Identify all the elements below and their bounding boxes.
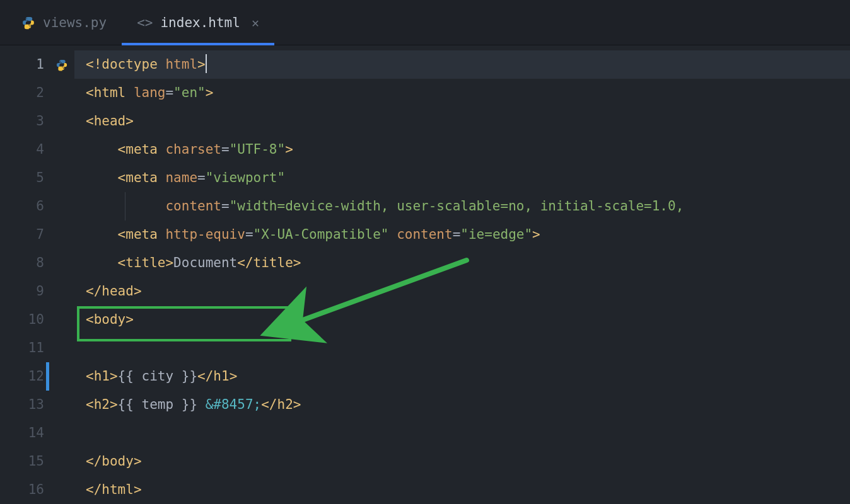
code-line[interactable]: <head> (74, 107, 850, 135)
gutter-icon-cell (49, 135, 74, 164)
line-number: 12 (0, 362, 44, 391)
line-number: 11 (0, 334, 44, 362)
line-number: 15 (0, 447, 44, 476)
tab-views-py[interactable]: views.py (6, 0, 122, 45)
tab-label: index.html (160, 15, 240, 30)
code-line[interactable]: </head> (74, 277, 850, 306)
gutter-icon-cell (49, 107, 74, 135)
gutter-icon-cell (49, 419, 74, 447)
line-number: 6 (0, 192, 44, 220)
gutter-icon-cell (49, 306, 74, 334)
code-line[interactable]: <body> (74, 306, 850, 334)
editor-area[interactable]: 12345678910111213141516 <!doctype html><… (0, 45, 850, 504)
gutter-icon-cell (49, 362, 74, 391)
gutter-icon-cell (49, 249, 74, 277)
code-line[interactable]: <h1>{{ city }}</h1> (74, 362, 850, 391)
code-line[interactable]: <title>Document</title> (74, 249, 850, 277)
text-cursor (206, 54, 207, 73)
line-number: 16 (0, 476, 44, 504)
code-line[interactable]: <html lang="en"> (74, 79, 850, 107)
code-icon: <> (137, 15, 153, 30)
gutter-icon-cell (49, 334, 74, 362)
code-line[interactable]: </body> (74, 447, 850, 476)
line-number: 2 (0, 79, 44, 107)
gutter-icon-cell (49, 164, 74, 192)
line-number: 1 (0, 50, 44, 79)
modification-marker (46, 362, 49, 391)
gutter-icon-cell (49, 277, 74, 306)
line-number: 13 (0, 391, 44, 419)
icon-column (49, 45, 74, 504)
code-line[interactable]: <!doctype html> (74, 50, 850, 79)
gutter-icon-cell (49, 220, 74, 249)
tab-bar: views.py <> index.html ✕ (0, 0, 850, 45)
gutter-icon-cell (49, 476, 74, 504)
line-number: 14 (0, 419, 44, 447)
tab-label: views.py (43, 15, 107, 30)
close-icon[interactable]: ✕ (252, 15, 259, 30)
gutter: 12345678910111213141516 (0, 45, 49, 504)
line-number: 8 (0, 249, 44, 277)
line-number: 5 (0, 164, 44, 192)
code-line[interactable] (74, 334, 850, 362)
code-line[interactable]: <meta charset="UTF-8"> (74, 135, 850, 164)
code-area[interactable]: <!doctype html><html lang="en"><head> <m… (74, 45, 850, 504)
line-number: 4 (0, 135, 44, 164)
gutter-icon-cell (49, 447, 74, 476)
code-line[interactable]: <h2>{{ temp }} &#8457;</h2> (74, 391, 850, 419)
line-number: 10 (0, 306, 44, 334)
python-icon (49, 50, 74, 79)
code-line[interactable]: <meta http-equiv="X-UA-Compatible" conte… (74, 220, 850, 249)
code-line[interactable]: content="width=device-width, user-scalab… (74, 192, 850, 220)
code-line[interactable] (74, 419, 850, 447)
gutter-icon-cell (49, 79, 74, 107)
line-number: 7 (0, 220, 44, 249)
gutter-icon-cell (49, 391, 74, 419)
code-line[interactable]: </html> (74, 476, 850, 504)
line-number: 3 (0, 107, 44, 135)
line-number: 9 (0, 277, 44, 306)
gutter-icon-cell (49, 192, 74, 220)
python-icon (21, 16, 35, 30)
tab-index-html[interactable]: <> index.html ✕ (122, 0, 274, 45)
indent-guide (125, 192, 125, 220)
code-line[interactable]: <meta name="viewport" (74, 164, 850, 192)
